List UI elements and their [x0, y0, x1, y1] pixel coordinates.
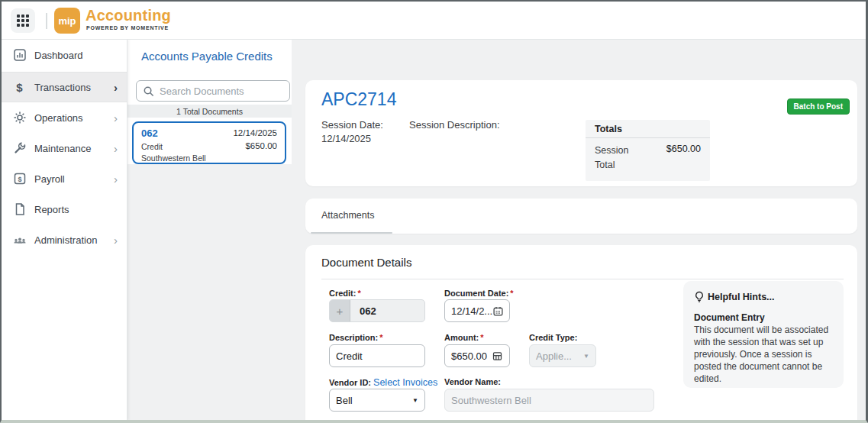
required-marker: * [480, 333, 483, 342]
chevron-right-icon: › [114, 112, 118, 124]
totals-header: Totals [586, 120, 710, 138]
document-date-field[interactable]: 12/14/2... [444, 299, 510, 322]
sidebar-item-administration[interactable]: Administration › [2, 224, 127, 255]
chevron-right-icon: › [114, 143, 118, 154]
sidebar-item-label: Reports [34, 204, 118, 215]
gear-icon [12, 111, 27, 124]
wrench-icon [12, 141, 27, 155]
document-list-item[interactable]: 062 12/14/2025 Credit $650.00 Southweste… [132, 121, 286, 164]
sidebar-item-label: Dashboard [34, 50, 118, 61]
credit-type-value: Applie... [536, 350, 572, 362]
credit-type-select: Applie... ▼ [529, 344, 596, 367]
amount-label: Amount:* [444, 333, 484, 342]
app-bar: mip Accounting POWERED BY MOMENTIVE [2, 2, 866, 40]
mip-logo: mip [54, 8, 80, 34]
credit-field: + 062 [329, 299, 425, 322]
svg-text:$: $ [18, 176, 21, 183]
plus-icon[interactable]: + [330, 300, 350, 321]
document-details-card: Document Details Credit:* + 062 Document… [305, 245, 857, 420]
credit-label: Credit:* [329, 289, 361, 298]
vendor-id-value: Bell [336, 395, 353, 406]
totals-row-label: Session Total [595, 144, 644, 173]
description-field[interactable] [329, 344, 425, 367]
grid-icon [17, 15, 29, 27]
page-title: Accounts Payable Credits [141, 50, 273, 63]
session-id: APC2714 [321, 89, 396, 110]
credit-value: 062 [350, 305, 376, 317]
hints-title: Helpful Hints... [694, 291, 833, 302]
caret-down-icon: ▼ [583, 353, 589, 360]
tab-label: Attachments [321, 210, 374, 221]
session-description-label: Session Description: [409, 119, 500, 131]
lightbulb-icon [694, 291, 705, 302]
session-header-card: APC2714 Session Date: 12/14/2025 Session… [305, 80, 857, 186]
session-date-label: Session Date: [321, 119, 383, 131]
document-type: Credit [141, 142, 163, 151]
required-marker: * [379, 333, 382, 342]
calculator-icon[interactable] [492, 350, 503, 362]
helpful-hints-panel: Helpful Hints... Document Entry This doc… [683, 281, 844, 388]
session-date-value: 12/14/2025 [321, 133, 371, 144]
chevron-right-icon: › [114, 82, 118, 93]
sidebar-item-label: Payroll [34, 173, 114, 185]
sidebar-item-label: Transactions [34, 82, 114, 93]
documents-count: 1 Total Documents [127, 105, 292, 118]
calendar-icon[interactable] [492, 305, 504, 317]
credit-type-label: Credit Type: [529, 333, 577, 342]
document-id: 062 [141, 128, 158, 139]
sidebar-item-dashboard[interactable]: Dashboard [2, 40, 127, 70]
vendor-id-label: Vendor ID: Select Invoices [329, 377, 437, 388]
amount-value: $650.00 [451, 350, 487, 362]
product-tagline: POWERED BY MOMENTIVE [86, 25, 169, 31]
batch-to-post-button[interactable]: Batch to Post [787, 98, 850, 115]
sidebar-item-label: Administration [34, 234, 114, 246]
sidebar-item-reports[interactable]: Reports [2, 194, 127, 224]
search-input[interactable] [160, 86, 283, 97]
description-input[interactable] [336, 350, 418, 362]
required-marker: * [357, 289, 360, 298]
tab-indicator [311, 232, 392, 234]
vendor-name-value: Southwestern Bell [451, 395, 531, 406]
chevron-right-icon: › [114, 234, 118, 246]
document-date: 12/14/2025 [233, 128, 277, 137]
sidebar-item-transactions[interactable]: $ Transactions › [2, 72, 127, 102]
totals-table: Totals Session Total $650.00 [586, 120, 710, 181]
document-amount: $650.00 [245, 141, 277, 150]
dashboard-icon [12, 48, 27, 62]
caret-down-icon: ▼ [412, 397, 418, 404]
dollar-icon: $ [12, 80, 27, 94]
sidebar: Dashboard $ Transactions › Operations › [2, 40, 127, 420]
sidebar-item-payroll[interactable]: $ Payroll › [2, 163, 127, 194]
required-marker: * [510, 289, 513, 298]
payroll-icon: $ [12, 172, 27, 186]
app-window: mip Accounting POWERED BY MOMENTIVE Dash… [0, 0, 868, 423]
heading-divider [321, 279, 844, 279]
description-label: Description:* [329, 333, 382, 342]
product-name: Accounting [86, 7, 171, 24]
document-list-background [127, 164, 292, 420]
main-content: APC2714 Session Date: 12/14/2025 Session… [292, 40, 866, 420]
tab-attachments[interactable]: Attachments [311, 199, 385, 234]
search-icon [143, 86, 154, 97]
sidebar-item-maintenance[interactable]: Maintenance › [2, 133, 127, 163]
totals-row: Session Total $650.00 [586, 138, 710, 181]
document-vendor: Southwestern Bell [141, 153, 206, 163]
sidebar-item-label: Operations [34, 112, 114, 124]
sidebar-item-operations[interactable]: Operations › [2, 102, 127, 133]
totals-row-value: $650.00 [644, 144, 701, 173]
document-date-label: Document Date:* [444, 289, 514, 298]
select-invoices-link[interactable]: Select Invoices [373, 377, 437, 388]
app-launcher-button[interactable] [11, 8, 35, 33]
vendor-id-select[interactable]: Bell ▼ [329, 389, 425, 412]
attachments-card: Attachments [305, 199, 857, 234]
appbar-divider [46, 13, 47, 29]
vendor-name-field: Southwestern Bell [444, 389, 654, 412]
amount-field[interactable]: $650.00 [444, 344, 510, 367]
documents-panel: Accounts Payable Credits 1 Total Documen… [127, 40, 292, 420]
document-icon [12, 202, 27, 216]
search-box [136, 80, 290, 102]
people-icon [12, 233, 27, 247]
sidebar-item-label: Maintenance [34, 143, 114, 154]
vendor-name-label: Vendor Name: [444, 377, 501, 386]
chevron-right-icon: › [114, 173, 118, 185]
